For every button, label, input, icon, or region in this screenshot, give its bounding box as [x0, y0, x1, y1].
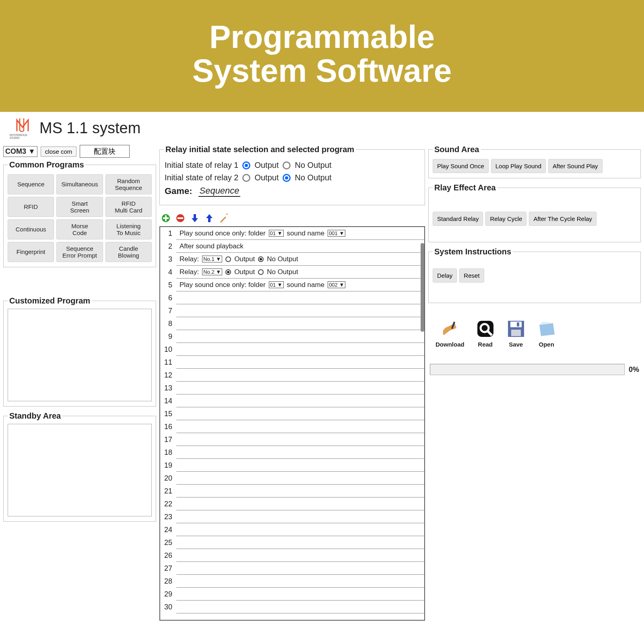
relay-cycle-button[interactable]: Relay Cycle: [485, 212, 526, 226]
customized-program-legend: Customized Program: [8, 296, 92, 305]
editor-row[interactable]: 10: [160, 343, 424, 356]
play-sound-once-button[interactable]: Play Sound Once: [433, 159, 489, 173]
line-number: 21: [160, 487, 176, 495]
editor-row[interactable]: 19: [160, 459, 424, 472]
editor-row[interactable]: 21: [160, 485, 424, 497]
relay-select[interactable]: No.2 ▼: [202, 268, 222, 275]
editor-row[interactable]: 23: [160, 510, 424, 523]
line-number: 25: [160, 539, 176, 547]
relay-select[interactable]: No.1 ▼: [202, 256, 222, 262]
relay2-output-radio[interactable]: [242, 174, 250, 182]
editor-row[interactable]: 28: [160, 575, 424, 588]
download-button[interactable]: Download: [436, 319, 464, 348]
loop-play-sound-button[interactable]: Loop Play Sound: [491, 159, 546, 173]
line-number: 2: [160, 242, 176, 251]
standard-relay-button[interactable]: Standard Relay: [433, 212, 483, 226]
progress-track: [430, 364, 625, 375]
program-candle-blowing[interactable]: CandleBlowing: [105, 242, 152, 262]
standby-area-box[interactable]: [8, 424, 152, 516]
com-port-select[interactable]: COM3 ▼: [3, 146, 37, 157]
scrollbar-thumb[interactable]: [421, 243, 424, 332]
title-bar: MYSTERIOUS STUDIO MS 1.1 system: [0, 112, 644, 145]
editor-row[interactable]: 5Play sound once only: folder01 ▼sound n…: [160, 279, 424, 291]
nooutput-radio[interactable]: [258, 269, 264, 275]
editor-row[interactable]: 12: [160, 369, 424, 382]
output-radio[interactable]: [225, 269, 231, 275]
config-button[interactable]: 配置块: [80, 145, 130, 158]
editor-row[interactable]: 3Relay:No.1 ▼OutputNo Output: [160, 253, 424, 266]
program-fingerprint[interactable]: Fingerprint: [8, 242, 54, 262]
editor-row[interactable]: 22: [160, 497, 424, 510]
save-icon: [506, 319, 526, 339]
line-number: 27: [160, 564, 176, 573]
editor-row[interactable]: 20: [160, 472, 424, 485]
editor-row[interactable]: 16: [160, 420, 424, 433]
svg-rect-4: [178, 217, 183, 219]
after-sound-play-button[interactable]: After Sound Play: [548, 159, 603, 173]
nooutput-radio[interactable]: [258, 256, 264, 262]
program-listening-to-music[interactable]: ListeningTo Music: [105, 219, 152, 239]
read-button[interactable]: Read: [476, 319, 495, 348]
editor-row[interactable]: 18: [160, 446, 424, 459]
editor-row[interactable]: 2After sound playback: [160, 240, 424, 253]
editor-row[interactable]: 8: [160, 317, 424, 330]
program-continuous[interactable]: Continuous: [8, 219, 54, 239]
line-number: 18: [160, 448, 176, 457]
editor-row[interactable]: 1Play sound once only: folder01 ▼sound n…: [160, 227, 424, 240]
move-up-icon[interactable]: [204, 213, 214, 223]
relay1-output-radio[interactable]: [242, 161, 250, 169]
editor-row[interactable]: 13: [160, 382, 424, 394]
program-rfid[interactable]: RFID: [8, 197, 54, 217]
editor-row[interactable]: 26: [160, 549, 424, 562]
program-random-sequence[interactable]: RandomSequence: [105, 174, 152, 194]
program-sequence[interactable]: Sequence: [8, 174, 54, 194]
editor-row[interactable]: 15: [160, 407, 424, 420]
add-icon[interactable]: [161, 213, 171, 223]
editor-row[interactable]: 4Relay:No.2 ▼OutputNo Output: [160, 266, 424, 279]
editor-row[interactable]: 30: [160, 601, 424, 613]
delay-button[interactable]: Delay: [433, 268, 457, 283]
editor-row[interactable]: 17: [160, 433, 424, 446]
line-number: 13: [160, 384, 176, 392]
customized-program-area[interactable]: [8, 309, 152, 401]
close-com-button[interactable]: close com: [41, 147, 77, 157]
read-icon: [476, 319, 495, 339]
line-number: 19: [160, 461, 176, 470]
editor-row[interactable]: 14: [160, 394, 424, 407]
editor-row[interactable]: 25: [160, 536, 424, 549]
program-editor[interactable]: 1Play sound once only: folder01 ▼sound n…: [159, 226, 425, 621]
folder-select[interactable]: 01 ▼: [269, 230, 284, 237]
output-radio[interactable]: [225, 256, 231, 262]
game-value: Sequence: [198, 186, 240, 197]
line-number: 24: [160, 526, 176, 534]
editor-row[interactable]: 27: [160, 562, 424, 575]
relay-effect-area: Rlay Effect Area Standard Relay Relay Cy…: [428, 183, 641, 242]
remove-icon[interactable]: [175, 213, 185, 223]
relay2-nooutput-radio[interactable]: [283, 174, 291, 182]
program-morse-code[interactable]: MorseCode: [56, 219, 103, 239]
editor-row[interactable]: 7: [160, 304, 424, 317]
sound-select[interactable]: 002 ▼: [328, 281, 345, 288]
editor-row[interactable]: 11: [160, 356, 424, 369]
editor-row[interactable]: 6: [160, 291, 424, 304]
app-title: MS 1.1 system: [39, 120, 140, 137]
folder-select[interactable]: 01 ▼: [269, 281, 284, 288]
reset-button[interactable]: Reset: [459, 268, 484, 283]
line-number: 4: [160, 268, 176, 277]
open-button[interactable]: Open: [537, 319, 556, 348]
line-number: 11: [160, 358, 176, 367]
wand-icon[interactable]: [219, 213, 229, 223]
sound-select[interactable]: 001 ▼: [328, 230, 345, 237]
relay1-nooutput-radio[interactable]: [283, 161, 291, 169]
editor-row[interactable]: 24: [160, 523, 424, 536]
save-button[interactable]: Save: [506, 319, 526, 348]
program-smart-screen[interactable]: SmartScreen: [56, 197, 103, 217]
editor-row[interactable]: 29: [160, 588, 424, 601]
move-down-icon[interactable]: [190, 213, 200, 223]
program-rfid-multi-card[interactable]: RFIDMulti Card: [105, 197, 152, 217]
line-number: 9: [160, 332, 176, 341]
editor-row[interactable]: 9: [160, 330, 424, 343]
program-simultaneous[interactable]: Simultaneous: [56, 174, 103, 194]
program-sequence-error-prompt[interactable]: SequenceError Prompt: [56, 242, 103, 262]
after-cycle-relay-button[interactable]: After The Cycle Relay: [529, 212, 597, 226]
